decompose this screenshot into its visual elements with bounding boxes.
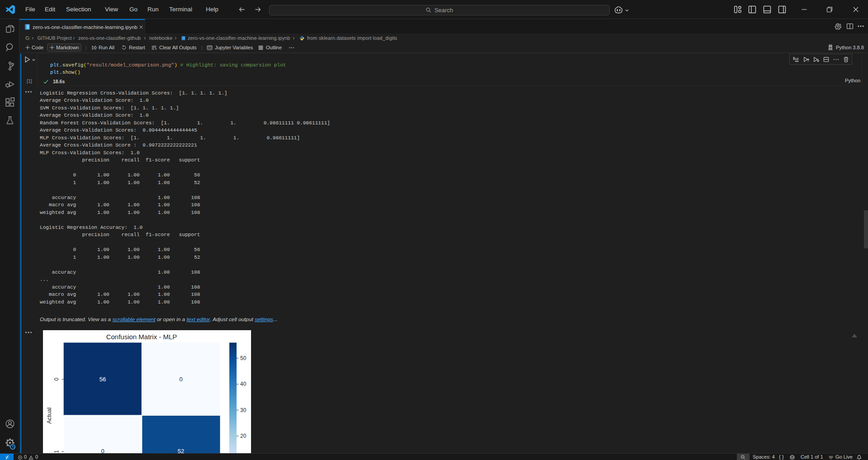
svg-text:20: 20	[240, 433, 247, 439]
svg-text:0: 0	[179, 376, 182, 383]
svg-text:56: 56	[100, 376, 106, 383]
svg-text:Actual: Actual	[46, 407, 52, 423]
svg-text:40: 40	[240, 381, 247, 387]
svg-text:Confusion Matrix - MLP: Confusion Matrix - MLP	[106, 333, 177, 341]
svg-text:52: 52	[178, 448, 184, 454]
svg-text:0: 0	[101, 448, 104, 454]
svg-text:30: 30	[240, 407, 247, 413]
svg-text:50: 50	[240, 355, 247, 361]
svg-text:0: 0	[53, 377, 60, 380]
svg-text:1: 1	[53, 450, 60, 453]
